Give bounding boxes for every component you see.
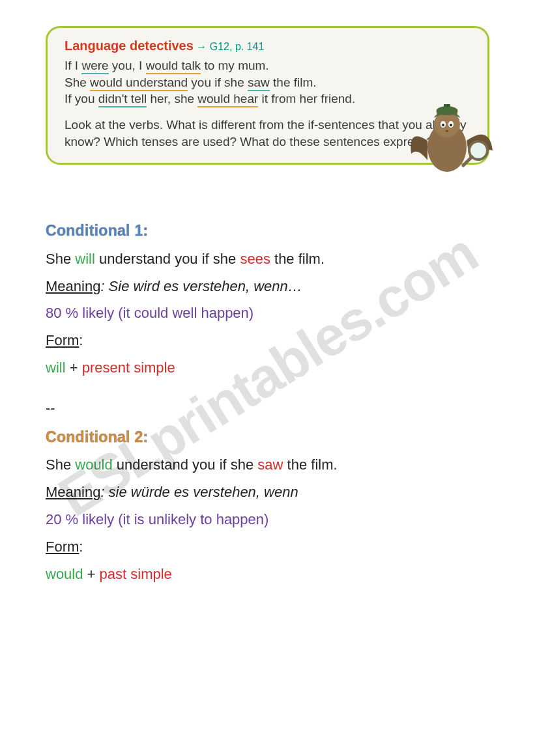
text: She xyxy=(65,76,90,89)
text: understand you if she xyxy=(95,251,240,267)
conditional-2-meaning: Meaning: sie würde es verstehen, wenn xyxy=(46,479,489,506)
conditional-1-example: She will understand you if she sees the … xyxy=(46,245,489,273)
conditional-1-form-label: Form: xyxy=(46,327,489,354)
text: to my mum. xyxy=(201,59,269,72)
underline-saw: saw xyxy=(248,76,270,91)
text: + xyxy=(66,359,82,376)
text: you, I xyxy=(109,59,146,72)
conditional-2-form-label: Form: xyxy=(46,533,489,561)
textbook-excerpt: Language detectives → G12, p. 141 If I w… xyxy=(46,26,489,165)
underline-would-talk: would talk xyxy=(146,59,201,74)
conditional-2-example: She would understand you if she saw the … xyxy=(46,451,489,479)
underline-would-understand: would understand xyxy=(90,76,188,91)
aux-would: would xyxy=(75,456,112,473)
conditional-1-meaning: Meaning: Sie wird es verstehen, wenn… xyxy=(46,273,489,300)
worksheet-content: Conditional 1: She will understand you i… xyxy=(46,217,489,587)
form-label: Form xyxy=(46,539,79,555)
text: If I xyxy=(65,59,81,72)
text: you if she xyxy=(188,76,248,89)
example-sentence-1: If I were you, I would talk to my mum. xyxy=(65,57,470,74)
underline-would-hear: would hear xyxy=(197,92,258,107)
text: it from her friend. xyxy=(258,92,355,105)
conditional-1-heading: Conditional 1: xyxy=(46,217,489,245)
text: She xyxy=(46,251,75,267)
svg-point-6 xyxy=(437,106,457,115)
page: ESLprintables.com Language detectives → … xyxy=(0,0,535,756)
textbook-reference: → G12, p. 141 xyxy=(196,41,264,52)
text: the film. xyxy=(270,251,325,267)
verb-sees: sees xyxy=(240,251,270,267)
underline-were: were xyxy=(81,59,108,74)
meaning-text: : Sie wird es verstehen, wenn… xyxy=(100,278,302,294)
text: If you xyxy=(65,92,98,105)
svg-rect-7 xyxy=(444,104,450,107)
meaning-text: : sie würde es verstehen, wenn xyxy=(100,484,298,500)
text: She xyxy=(46,456,75,473)
textbook-heading: Language detectives → G12, p. 141 xyxy=(65,38,470,53)
text: + xyxy=(83,566,99,582)
aux-will: will xyxy=(75,251,95,267)
detective-bat-icon xyxy=(401,89,499,186)
svg-point-4 xyxy=(442,124,444,126)
form-aux: will xyxy=(46,359,66,376)
form-label: Form xyxy=(46,332,79,348)
svg-point-5 xyxy=(450,124,452,126)
text: the film. xyxy=(270,76,317,89)
conditional-2-likelihood: 20 % likely (it is unlikely to happen) xyxy=(46,506,489,533)
conditional-2-heading: Conditional 2: xyxy=(46,423,489,452)
text: her, she xyxy=(147,92,197,105)
meaning-label: Meaning xyxy=(46,278,100,294)
conditional-2-form: would + past simple xyxy=(46,561,489,588)
form-aux: would xyxy=(46,566,83,582)
meaning-label: Meaning xyxy=(46,484,100,500)
text: the film. xyxy=(283,456,337,473)
conditional-1-likelihood: 80 % likely (it could well happen) xyxy=(46,300,489,327)
text: understand you if she xyxy=(113,456,258,473)
conditional-1-form: will + present simple xyxy=(46,354,489,382)
textbook-title: Language detectives xyxy=(65,38,194,53)
separator: -- xyxy=(46,395,489,422)
form-tense: past simple xyxy=(100,566,172,582)
underline-didnt-tell: didn't tell xyxy=(98,92,147,107)
form-tense: present simple xyxy=(82,359,175,376)
verb-saw: saw xyxy=(257,456,283,473)
svg-line-9 xyxy=(463,157,472,165)
